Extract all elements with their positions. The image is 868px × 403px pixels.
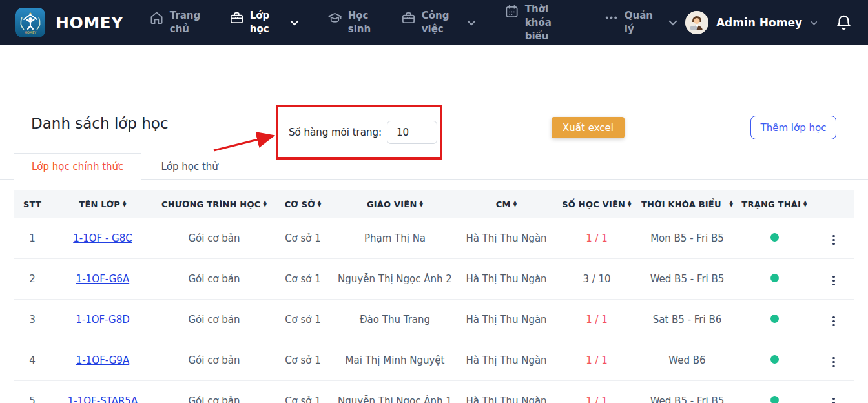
chevron-down-icon[interactable] [466,17,477,28]
cell-teacher: Đào Thu Trang [332,314,458,326]
nav-label: Thời khóa biểu [525,3,577,43]
cell-student-count: 1 / 1 [555,232,639,244]
cell-stt: 2 [14,273,51,285]
avatar[interactable] [685,11,708,34]
cell-schedule: Wed B6 [639,355,736,366]
col-header-thoi-khoa-bieu[interactable]: THỜI KHÓA BIỂU ▲▼ [639,200,736,209]
nav-item-trang-chu[interactable]: Trang chủ [149,9,202,36]
user-name[interactable]: Admin Homey [716,16,802,29]
row-actions-kebab-icon[interactable] [827,272,840,290]
chevron-down-icon[interactable] [810,19,818,27]
page-title: Danh sách lớp học [31,115,169,132]
cell-stt: 3 [14,314,51,326]
cell-campus: Cơ sở 1 [274,314,332,326]
nav-label: Quản lý [625,9,652,36]
export-excel-button[interactable]: Xuất excel [552,117,625,138]
cell-program: Gói cơ bản [154,395,274,403]
chevron-down-icon[interactable] [667,17,679,28]
col-header-ten-lop[interactable]: TÊN LỚP▲▼ [51,200,154,209]
rows-per-page-label: Số hàng mỗi trang: [289,127,382,138]
class-name-link[interactable]: 1-1OF-G8D [76,314,130,326]
sort-icon: ▲▼ [318,201,322,207]
table-row: 1 1-1OF - G8C Gói cơ bản Cơ sở 1 Phạm Th… [14,218,854,259]
row-actions-kebab-icon[interactable] [827,394,840,403]
table-row: 3 1-1OF-G8D Gói cơ bản Cơ sở 1 Đào Thu T… [14,300,854,340]
notification-bell-icon[interactable] [835,14,852,32]
ellipsis-icon [604,10,619,25]
cell-schedule: Wed B5 - Fri B5 [639,273,736,285]
tab-lop-hoc-chinh-thuc[interactable]: Lớp học chính thức [14,153,141,180]
class-name-link[interactable]: 1-1OF-STAR5A [68,395,138,403]
status-active-dot [770,274,779,282]
nav-label: Lớp học [250,9,273,36]
col-header-chuong-trinh-hoc[interactable]: CHƯƠNG TRÌNH HỌC▲▼ [154,200,274,209]
nav-item-thoi-khoa-bieu[interactable]: Thời khóa biểu [504,3,577,43]
status-active-dot [770,315,779,323]
cell-campus: Cơ sở 1 [274,355,332,366]
rows-per-page-input[interactable] [387,121,437,144]
brand-name: HOMEY [56,14,123,32]
table-row: 5 1-1OF-STAR5A Gói cơ bản Cơ sở 1 Nguyễn… [14,381,854,403]
cell-program: Gói cơ bản [154,355,274,366]
top-navigation-bar: HOMEY HOMEY Trang chủ Lớp học Học s [0,0,868,45]
cell-cm: Hà Thị Thu Ngàn [458,355,555,366]
nav-label: Công việc [422,9,450,36]
cell-program: Gói cơ bản [154,232,274,244]
cell-cm: Hà Thị Thu Ngàn [458,232,555,244]
table-header-row: STT TÊN LỚP▲▼ CHƯƠNG TRÌNH HỌC▲▼ CƠ SỞ▲▼… [14,190,854,218]
cell-program: Gói cơ bản [154,314,274,326]
col-header-cm[interactable]: CM▲▼ [458,200,555,209]
status-active-dot [770,355,779,364]
calendar-icon [504,4,519,19]
main-content: Danh sách lớp học Số hàng mỗi trang: Xuấ… [0,45,868,403]
class-name-link[interactable]: 1-1OF-G9A [76,355,129,366]
cell-teacher: Mai Thị Minh Nguyệt [332,355,458,366]
row-actions-kebab-icon[interactable] [827,353,840,371]
class-name-link[interactable]: 1-1OF-G6A [76,273,129,285]
briefcase-icon [229,10,244,25]
nav-item-cong-viec[interactable]: Công việc [401,9,450,36]
cell-teacher: Phạm Thị Na [332,232,458,244]
main-nav: Trang chủ Lớp học Học sinh Công việc [149,3,679,43]
class-name-link[interactable]: 1-1OF - G8C [73,232,132,244]
cell-student-count: 3 / 10 [555,273,639,285]
cell-student-count: 1 / 1 [555,314,639,326]
col-header-co-so[interactable]: CƠ SỞ▲▼ [274,200,332,209]
nav-label: Học sinh [348,9,374,36]
nav-label: Trang chủ [170,9,202,36]
col-header-trang-thai[interactable]: TRẠNG THÁI▲▼ [736,200,813,209]
col-header-giao-vien[interactable]: GIÁO VIÊN▲▼ [332,200,458,209]
sort-icon: ▲▼ [803,201,807,207]
tab-lop-hoc-thu[interactable]: Lớp học thử [141,153,237,180]
row-actions-kebab-icon[interactable] [827,231,840,249]
add-class-button[interactable]: Thêm lớp học [750,116,836,140]
sort-icon: ▲▼ [628,201,632,207]
nav-item-quan-ly[interactable]: Quản lý [604,9,652,36]
table-row: 2 1-1OF-G6A Gói cơ bản Cơ sở 1 Nguyễn Th… [14,259,854,300]
cell-student-count: 1 / 1 [555,395,639,403]
cell-teacher: Nguyễn Thị Ngọc Ánh 2 [332,273,458,285]
col-header-stt: STT [14,200,51,209]
brand[interactable]: HOMEY HOMEY [16,8,123,37]
nav-item-lop-hoc[interactable]: Lớp học [229,9,273,36]
status-active-dot [770,233,779,242]
chevron-down-icon[interactable] [289,17,300,28]
homey-logo-icon: HOMEY [16,8,45,37]
nav-item-hoc-sinh[interactable]: Học sinh [327,9,374,36]
cell-stt: 1 [14,232,51,244]
graduation-cap-icon [327,10,342,25]
cell-campus: Cơ sở 1 [274,395,332,403]
row-actions-kebab-icon[interactable] [827,313,840,331]
cell-program: Gói cơ bản [154,273,274,285]
home-icon [149,10,164,25]
col-header-so-hoc-vien[interactable]: SỐ HỌC VIÊN▲▼ [555,200,639,209]
cell-campus: Cơ sở 1 [274,273,332,285]
cell-cm: Hà Thị Thu Ngàn [458,395,555,403]
tab-bar: Lớp học chính thức Lớp học thử [0,153,868,180]
cell-schedule: Mon B5 - Fri B5 [639,232,736,244]
cell-stt: 4 [14,355,51,366]
cell-campus: Cơ sở 1 [274,232,332,244]
sort-icon: ▲▼ [263,201,267,207]
sort-icon: ▲▼ [513,201,517,207]
sort-icon: ▲▼ [420,201,424,207]
